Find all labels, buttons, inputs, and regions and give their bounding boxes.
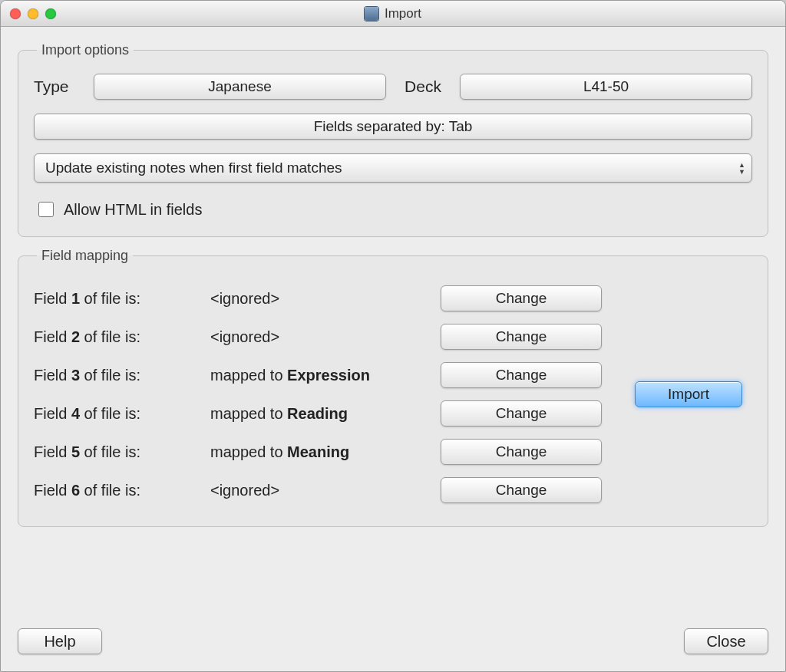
change-mapping-button[interactable]: Change [441, 477, 602, 503]
field-mapping-legend: Field mapping [37, 248, 133, 264]
field-separator-button[interactable]: Fields separated by: Tab [34, 114, 752, 140]
field-mapping-row: Field 6 of file is:<ignored>Change [34, 471, 602, 509]
titlebar: Import [1, 1, 785, 27]
help-button[interactable]: Help [18, 628, 102, 654]
title-wrap: Import [1, 6, 785, 21]
dialog-body: Import options Type Japanese Deck L41-50… [1, 27, 785, 618]
field-index-label: Field 5 of file is: [34, 443, 195, 461]
allow-html-checkbox[interactable] [38, 202, 54, 217]
field-mapping-table: Field 1 of file is:<ignored>ChangeField … [34, 279, 602, 509]
close-window-icon[interactable] [10, 8, 21, 19]
note-type-button[interactable]: Japanese [94, 74, 386, 100]
field-index-label: Field 2 of file is: [34, 328, 195, 346]
change-mapping-button[interactable]: Change [441, 400, 602, 427]
import-button[interactable]: Import [635, 381, 742, 407]
window-title: Import [385, 6, 421, 21]
field-mapping-row: Field 3 of file is:mapped to ExpressionC… [34, 356, 602, 394]
import-options-legend: Import options [37, 42, 134, 58]
import-dialog-window: Import Import options Type Japanese Deck… [0, 0, 786, 672]
close-button[interactable]: Close [684, 628, 768, 654]
field-mapping-value: <ignored> [206, 290, 430, 308]
deck-button[interactable]: L41-50 [460, 74, 752, 100]
field-mapping-value: mapped to Meaning [206, 443, 430, 461]
field-mapping-group: Field mapping Field 1 of file is:<ignore… [18, 248, 768, 527]
update-mode-select[interactable]: Update existing notes when first field m… [34, 153, 752, 183]
dialog-footer: Help Close [1, 618, 785, 671]
allow-html-row[interactable]: Allow HTML in fields [34, 196, 752, 219]
select-stepper-icon: ▲▼ [738, 162, 745, 175]
field-index-label: Field 6 of file is: [34, 482, 195, 499]
update-mode-value: Update existing notes when first field m… [45, 160, 342, 176]
change-mapping-button[interactable]: Change [441, 324, 602, 350]
field-mapping-row: Field 5 of file is:mapped to MeaningChan… [34, 433, 602, 471]
field-index-label: Field 3 of file is: [34, 367, 195, 384]
minimize-window-icon[interactable] [28, 8, 38, 19]
field-mapping-value: <ignored> [206, 482, 430, 499]
field-mapping-row: Field 1 of file is:<ignored>Change [34, 279, 602, 318]
zoom-window-icon[interactable] [45, 8, 56, 19]
type-label: Type [34, 77, 80, 96]
allow-html-label: Allow HTML in fields [64, 201, 202, 219]
field-mapping-row: Field 4 of file is:mapped to ReadingChan… [34, 394, 602, 433]
import-options-group: Import options Type Japanese Deck L41-50… [18, 42, 768, 237]
field-index-label: Field 1 of file is: [34, 290, 195, 308]
field-mapping-value: <ignored> [206, 328, 430, 346]
type-deck-row: Type Japanese Deck L41-50 [34, 74, 752, 100]
change-mapping-button[interactable]: Change [441, 439, 602, 465]
traffic-lights [10, 8, 56, 19]
deck-label: Deck [400, 77, 446, 96]
field-mapping-value: mapped to Reading [206, 405, 430, 423]
field-mapping-row: Field 2 of file is:<ignored>Change [34, 318, 602, 356]
field-index-label: Field 4 of file is: [34, 405, 195, 423]
field-mapping-value: mapped to Expression [206, 367, 430, 384]
change-mapping-button[interactable]: Change [441, 285, 602, 311]
app-icon [365, 7, 378, 21]
change-mapping-button[interactable]: Change [441, 362, 602, 388]
